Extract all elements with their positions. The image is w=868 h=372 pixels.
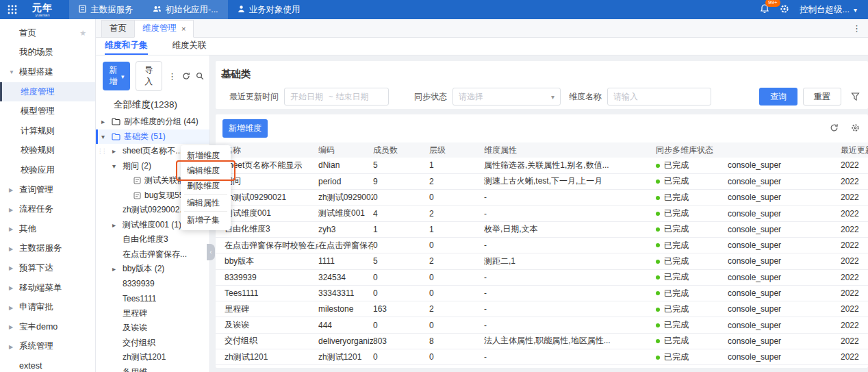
sidebar-item[interactable]: 申请审批 <box>0 297 95 317</box>
chevron-right-icon[interactable] <box>112 266 116 273</box>
table-row[interactable]: 期间 period 9 2 测速上古火蜥,test,下一月,上一月 已完成 co… <box>216 173 868 189</box>
sidebar-item[interactable]: 计算规则 <box>0 121 95 141</box>
cell-name[interactable]: Tees1111 <box>216 285 318 301</box>
top-menu-item[interactable]: 初始化应用-... <box>143 0 228 19</box>
sidebar-item[interactable]: 主数据服务 <box>0 239 95 259</box>
search-icon[interactable] <box>196 72 204 80</box>
tree-node[interactable]: 自由化维度3 <box>96 232 209 247</box>
table-row[interactable]: 在点击弹窗保存时校验在点击弹... 在点击弹窗保存... 0 0 - 已完成 c… <box>216 237 868 253</box>
notification-bell-icon[interactable]: 99+ <box>760 3 769 16</box>
col-members[interactable]: 成员数 <box>373 142 429 158</box>
chevron-down-icon[interactable] <box>112 164 116 170</box>
tree-node[interactable]: bby版本 (2) <box>96 262 209 277</box>
table-settings-gear-icon[interactable] <box>851 123 860 134</box>
tree-node[interactable]: 备用维 <box>96 365 209 372</box>
top-menu-item[interactable]: 业务对象使用 <box>228 0 310 19</box>
app-grid-icon[interactable] <box>8 5 17 14</box>
table-row[interactable]: 交付组织 deliveryorganiza... 803 8 法人主体属性,职能… <box>216 333 868 349</box>
table-row[interactable]: bby版本 1111 5 2 测距二,1 已完成 console_super 2… <box>216 253 868 269</box>
context-menu-item[interactable]: 新增子集 <box>181 212 231 227</box>
table-row[interactable]: 自由化维度3 zyh3 1 1 枚举,日期,文本 已完成 console_sup… <box>216 221 868 237</box>
table-row[interactable]: 备用维 reserve 29 2 测试关联版本 已完成 console_supe… <box>216 365 868 368</box>
cell-name[interactable]: 8339939 <box>216 269 318 285</box>
table-row[interactable]: 及诶诶 444 0 0 - 已完成 console_super 2022 <box>216 317 868 333</box>
tree-node[interactable]: 及诶诶 <box>96 321 209 336</box>
favorite-star-icon[interactable]: ★ <box>79 29 86 38</box>
reset-button[interactable]: 重置 <box>803 88 841 106</box>
sidebar-item[interactable]: 我的场景 <box>0 43 95 63</box>
settings-gear-icon[interactable] <box>780 4 789 16</box>
table-row[interactable]: 里程碑 milestone 163 2 - 已完成 console_super … <box>216 301 868 317</box>
sidebar-item[interactable]: 预算下达 <box>0 258 95 278</box>
table-row[interactable]: zh测试1201 zh测试1201 0 0 - 已完成 console_supe… <box>216 349 868 365</box>
sidebar-item[interactable]: 其他 <box>0 219 95 239</box>
cell-name[interactable]: 期间 <box>216 173 318 189</box>
sidebar-item[interactable]: 维度管理 <box>0 82 95 102</box>
col-sync-status[interactable]: 同步多维库状态 <box>656 142 728 158</box>
sidebar-item[interactable]: 移动端菜单 <box>0 278 95 298</box>
tree-node[interactable]: 8339939 <box>96 277 209 292</box>
tree-node[interactable]: 副本维度的分组 (44) <box>96 114 209 129</box>
cell-name[interactable]: 交付组织 <box>216 333 318 349</box>
sync-status-select[interactable]: 请选择 <box>452 88 561 106</box>
start-date-input[interactable] <box>290 92 326 101</box>
query-button[interactable]: 查询 <box>759 88 797 106</box>
page-tab[interactable]: 首页 <box>101 20 134 38</box>
drag-handle[interactable]: ⋮⋮ <box>97 148 105 154</box>
col-levels[interactable]: 层级 <box>429 142 484 158</box>
context-menu-item[interactable]: 新增维度 <box>181 148 231 163</box>
chevron-right-icon[interactable] <box>112 149 116 155</box>
context-menu-item[interactable]: 编辑维度 <box>181 163 231 178</box>
page-tab[interactable]: 维度管理 × <box>134 20 194 38</box>
tree-node[interactable]: zh测试1201 <box>96 350 209 365</box>
close-icon[interactable]: × <box>181 25 186 33</box>
tree-node[interactable]: 基础类 (51) <box>96 129 209 145</box>
chevron-right-icon[interactable] <box>101 119 105 125</box>
sidebar-item[interactable]: 宝丰demo <box>0 317 95 337</box>
col-update-time[interactable]: 最近更新时间 <box>841 142 868 158</box>
import-button[interactable]: 导入 <box>136 61 162 91</box>
sidebar-item[interactable]: 模型搭建 <box>0 62 95 82</box>
tree-node[interactable]: 里程碑 <box>96 306 209 321</box>
refresh-icon[interactable] <box>182 72 190 80</box>
table-row[interactable]: sheet页名称不能显示 dNian 5 1 属性筛选器,关联属性1,别名,数值… <box>216 158 868 173</box>
sidebar-item[interactable]: 查询管理 <box>0 180 95 200</box>
tree-node[interactable]: Tees1111 <box>96 291 209 306</box>
sidebar-item[interactable]: 模型管理 <box>0 101 95 121</box>
table-row[interactable]: zh测试09290021 zh测试09290021 0 0 - 已完成 cons… <box>216 190 868 206</box>
tree-node[interactable]: 在点击弹窗保存... <box>96 247 209 262</box>
sidebar-item[interactable]: extest <box>0 356 95 372</box>
chevron-right-icon[interactable] <box>112 223 116 229</box>
cell-name[interactable]: 在点击弹窗保存时校验在点击弹... <box>216 237 318 253</box>
date-range-picker[interactable]: ~ <box>284 88 389 106</box>
top-menu-item[interactable]: 主数据服务 <box>69 0 143 19</box>
cell-name[interactable]: 备用维 <box>216 365 318 368</box>
chevron-down-icon[interactable] <box>101 134 105 140</box>
tab-options-icon[interactable] <box>852 23 861 34</box>
context-menu-item[interactable]: 删除维度 <box>181 178 231 193</box>
sidebar-item[interactable]: 校验规则 <box>0 141 95 161</box>
tree-node[interactable]: 交付组织 <box>96 336 209 351</box>
table-refresh-icon[interactable] <box>830 123 839 134</box>
sidebar-item[interactable]: 流程任务 <box>0 199 95 219</box>
add-dimension-button[interactable]: 新增维度 <box>222 119 268 138</box>
cell-name[interactable]: 里程碑 <box>216 301 318 317</box>
user-menu[interactable]: 控制台超级... <box>800 4 857 16</box>
table-row[interactable]: 测试维度001 测试维度001 4 2 - 已完成 console_super … <box>216 206 868 221</box>
col-attrs[interactable]: 维度属性 <box>484 142 656 158</box>
col-updater[interactable] <box>728 142 841 158</box>
filter-funnel-icon[interactable] <box>851 92 860 101</box>
sub-tab[interactable]: 维度关联 <box>173 38 207 55</box>
cell-name[interactable]: 及诶诶 <box>216 317 318 333</box>
table-row[interactable]: Tees1111 33343311 0 0 - 已完成 console_supe… <box>216 285 868 301</box>
sidebar-item[interactable]: 系统管理 <box>0 337 95 357</box>
cell-name[interactable]: 自由化维度3 <box>216 221 318 237</box>
col-name[interactable]: 名称 <box>216 142 318 158</box>
table-row[interactable]: 8339939 324534 0 0 - 已完成 console_super 2… <box>216 269 868 285</box>
col-code[interactable]: 编码 <box>318 142 373 158</box>
sidebar-item[interactable]: 首页 ★ <box>0 23 95 43</box>
sub-tab[interactable]: 维度和子集 <box>105 38 148 55</box>
add-dropdown-button[interactable]: 新增 <box>103 62 130 90</box>
sidebar-item[interactable]: 校验应用 <box>0 160 95 180</box>
end-date-input[interactable] <box>335 92 371 101</box>
